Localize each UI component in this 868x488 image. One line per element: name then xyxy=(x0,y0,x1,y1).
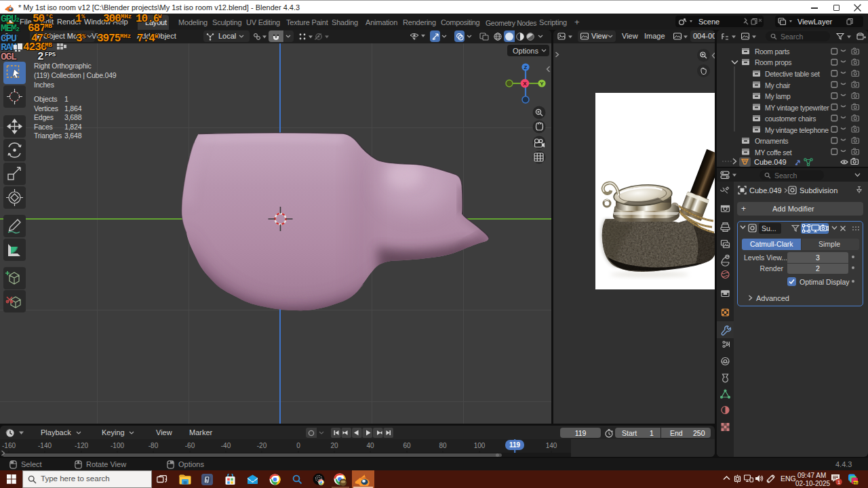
svg-text:My lamp: My lamp xyxy=(765,92,791,100)
svg-text:20: 20 xyxy=(330,442,338,449)
svg-text:My vintage telephone: My vintage telephone xyxy=(765,126,829,134)
svg-text:-40: -40 xyxy=(221,442,231,449)
svg-text:40: 40 xyxy=(366,442,374,449)
svg-text:coustomer chairs: coustomer chairs xyxy=(765,115,816,123)
svg-text:-60: -60 xyxy=(185,442,195,449)
svg-text:-100: -100 xyxy=(111,442,124,449)
svg-text:MY vintage typewriter: MY vintage typewriter xyxy=(765,104,829,112)
svg-text:Z: Z xyxy=(524,64,528,70)
svg-text:-160: -160 xyxy=(2,442,16,449)
svg-text:140: 140 xyxy=(546,442,557,449)
svg-text:My chair: My chair xyxy=(765,81,791,89)
svg-text:100: 100 xyxy=(474,442,486,449)
svg-text:80: 80 xyxy=(439,442,447,449)
svg-text:0: 0 xyxy=(296,442,300,449)
svg-text:Cube.049: Cube.049 xyxy=(754,158,787,166)
svg-text:-120: -120 xyxy=(75,442,88,449)
svg-text:X: X xyxy=(523,81,527,87)
svg-text:PRO: PRO xyxy=(853,481,859,485)
svg-text:Room parts: Room parts xyxy=(755,47,789,56)
svg-text:Y: Y xyxy=(540,81,544,87)
svg-text:60: 60 xyxy=(403,442,411,449)
svg-text:Room props: Room props xyxy=(755,58,791,66)
svg-text:Ornaments: Ornaments xyxy=(755,137,788,145)
svg-text:1: 1 xyxy=(837,479,840,485)
svg-text:-20: -20 xyxy=(257,442,267,449)
svg-text:119: 119 xyxy=(509,441,521,449)
svg-text:-80: -80 xyxy=(149,442,159,449)
svg-text:Detective table set: Detective table set xyxy=(765,70,820,78)
svg-text:-140: -140 xyxy=(38,442,52,449)
svg-text:MY coffe set: MY coffe set xyxy=(755,148,792,157)
